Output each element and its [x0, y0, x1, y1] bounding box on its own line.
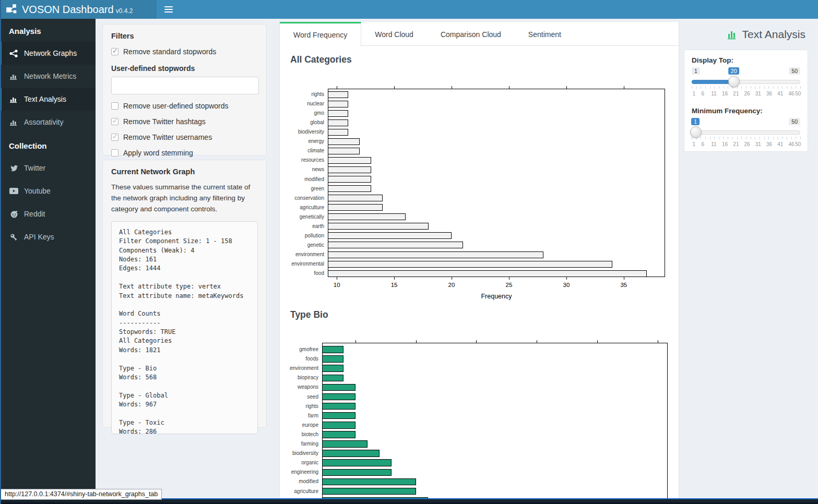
- slider-minor-tick: [732, 137, 733, 139]
- slider-minor-tick: [714, 86, 715, 89]
- user-stopwords-input[interactable]: [111, 77, 259, 94]
- bar-label: gmo: [279, 110, 324, 116]
- sidebar-item-label: Youtube: [24, 187, 51, 195]
- bar-label: farming: [279, 441, 318, 447]
- slider-minor-tick: [760, 137, 760, 139]
- hamburger-icon[interactable]: [157, 0, 181, 19]
- checkbox-box[interactable]: [111, 134, 118, 141]
- checkbox-remove-twitter-usernames[interactable]: Remove Twitter usernames: [111, 133, 258, 141]
- filters-panel: Filters Remove standard stopwords User-d…: [102, 24, 267, 155]
- bar: [322, 346, 343, 353]
- slider-handle[interactable]: [690, 126, 702, 138]
- sidebar-item-reddit[interactable]: Reddit: [0, 202, 96, 225]
- checkbox-remove-user-defined-stopwords[interactable]: Remove user-defined stopwords: [111, 102, 258, 110]
- bar: [328, 242, 463, 248]
- bar: [328, 138, 360, 145]
- slider-minor-tick: [705, 137, 706, 139]
- slider-minor-tick: [768, 137, 769, 139]
- bar: [328, 185, 371, 192]
- slider-tick-number: 50: [795, 91, 801, 97]
- app-title: VOSON Dashboardv0.4.2: [22, 4, 133, 16]
- axis-tick-label: 25: [506, 282, 513, 288]
- app-logo[interactable]: VOSON Dashboardv0.4.2: [0, 0, 157, 19]
- tab-sentiment[interactable]: Sentiment: [515, 22, 575, 46]
- slider-minor-tick: [760, 86, 760, 89]
- slider-tick-number: 21: [733, 91, 739, 97]
- bar-label: farm: [279, 413, 318, 418]
- checkbox-remove-twitter-hashtags[interactable]: Remove Twitter hashtags: [111, 117, 258, 126]
- slider-minor-tick: [751, 137, 751, 139]
- bar-label: biotech: [279, 431, 318, 437]
- sidebar-item-assortativity[interactable]: Assortativity: [0, 111, 96, 134]
- display-controls-panel: Display Top:1502016111621263136414650Min…: [684, 50, 808, 152]
- axis-tick: [597, 340, 598, 343]
- bar-label: news: [279, 166, 324, 172]
- bar-label: weapons: [279, 384, 318, 390]
- bar: [328, 195, 383, 201]
- slider-minor-tick: [791, 86, 792, 89]
- tab-comparison-cloud[interactable]: Comparison Cloud: [427, 22, 515, 46]
- bar: [328, 176, 371, 183]
- checkbox-apply-word-stemming[interactable]: Apply word stemming: [111, 149, 258, 157]
- bar-label: seed: [279, 394, 318, 400]
- sidebar-item-network-metrics[interactable]: Network Metrics: [0, 65, 96, 88]
- sidebar-item-label: Text Analysis: [24, 95, 66, 103]
- slider-value-badge: 20: [728, 67, 740, 75]
- slider-minor-tick: [719, 137, 719, 139]
- bar-label: europe: [279, 422, 318, 428]
- sidebar-item-text-analysis[interactable]: Text Analysis: [0, 88, 96, 111]
- checkbox-box[interactable]: [111, 102, 118, 110]
- bar-label: genetic: [279, 242, 324, 248]
- slider-fill: [692, 80, 734, 84]
- slider-handle[interactable]: [728, 76, 740, 87]
- axis-tick: [452, 277, 452, 280]
- slider-tick-number: 36: [766, 141, 772, 147]
- sidebar-item-twitter[interactable]: Twitter: [0, 157, 96, 179]
- slider-track[interactable]: [692, 130, 800, 135]
- checkbox-label: Remove Twitter hashtags: [123, 117, 206, 126]
- sidebar-item-network-graphs[interactable]: Network Graphs: [0, 42, 96, 65]
- axis-tick: [624, 86, 624, 89]
- sidebar-item-youtube[interactable]: Youtube: [0, 179, 96, 202]
- bar: [328, 204, 383, 211]
- slider-minor-tick: [764, 86, 765, 89]
- bar-label: food: [279, 270, 324, 276]
- bar: [328, 223, 429, 230]
- slider-tick-number: 1: [692, 141, 695, 147]
- sidebar-item-api-keys[interactable]: API Keys: [0, 225, 96, 248]
- sidebar-item-label: API Keys: [24, 233, 54, 241]
- slider-value-badge: 1: [691, 118, 700, 125]
- checkbox-box[interactable]: [111, 48, 118, 55]
- checkbox-remove-standard-stopwords[interactable]: Remove standard stopwords: [111, 47, 258, 56]
- bar-label: agriculture: [279, 488, 318, 494]
- bar: [322, 403, 355, 410]
- slider-minor-tick: [782, 86, 783, 89]
- network-summary-heading: Current Network Graph: [111, 167, 258, 176]
- slider-minor-tick: [696, 86, 697, 89]
- slider-0: 1502016111621263136414650: [692, 66, 800, 102]
- bar-label: climate: [279, 148, 324, 153]
- bar-label: environment: [279, 251, 324, 257]
- checkbox-box[interactable]: [111, 149, 118, 157]
- checkbox-box[interactable]: [111, 118, 118, 125]
- slider-tick-number: 46: [788, 141, 794, 147]
- slider-label-1: Minimum Frequency:: [692, 107, 800, 115]
- bar: [328, 101, 348, 107]
- axis-tick: [394, 86, 395, 89]
- bar: [328, 91, 348, 98]
- slider-minor-tick: [746, 86, 746, 89]
- slider-tick-number: 50: [795, 141, 801, 147]
- axis-tick: [509, 277, 509, 280]
- tab-word-cloud[interactable]: Word Cloud: [361, 22, 427, 46]
- text-analysis-card: Word FrequencyWord CloudComparison Cloud…: [279, 22, 679, 504]
- bar: [322, 469, 392, 476]
- sidebar-item-label: Twitter: [24, 164, 45, 172]
- sidebar-item-label: Network Graphs: [24, 49, 77, 57]
- tab-word-frequency[interactable]: Word Frequency: [280, 22, 361, 46]
- slider-tick-number: 16: [722, 141, 728, 147]
- bar: [328, 157, 371, 164]
- bar: [322, 440, 367, 448]
- bar: [328, 148, 360, 154]
- bar-label: global: [279, 119, 324, 125]
- bar: [328, 110, 348, 117]
